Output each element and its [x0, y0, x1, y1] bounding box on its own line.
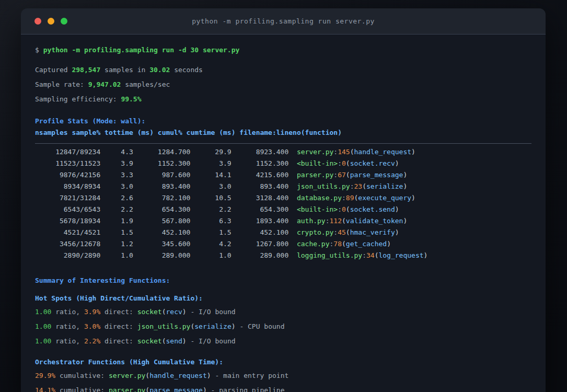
open-paren: (: [145, 372, 149, 379]
percent-value: 3.9%: [84, 308, 100, 316]
stat-segment: 9,947.02: [88, 80, 121, 88]
row-close-paren: ): [387, 240, 391, 248]
row-function: socket.send: [350, 205, 395, 213]
row-lineno: 67: [338, 171, 346, 179]
row-filename: json_utils.py: [297, 182, 350, 190]
command-text: python -m profiling.sampling run -d 30 s…: [43, 46, 240, 54]
row-metrics: 7821/31284 2.6 782.100 10.5 3128.400: [35, 194, 297, 202]
close-paren: ): [203, 386, 207, 392]
module-name: server.py: [109, 372, 145, 379]
row-close-paren: ): [395, 159, 399, 167]
row-filename: cache.py: [297, 240, 330, 248]
row-filename: crypto.py: [297, 228, 333, 236]
stat-segment: Sample rate:: [35, 80, 88, 88]
stat-segment: 99.5%: [121, 95, 141, 103]
hotspot-line: 1.00 ratio, 3.0% direct: json_utils.py(s…: [35, 321, 531, 332]
row-lineno: 145: [338, 148, 350, 156]
titlebar: python -m profiling.sampling run server.…: [21, 8, 546, 34]
row-lineno: 0: [342, 205, 346, 213]
row-filename: auth.py: [297, 217, 326, 225]
hotspot-line: 1.00 ratio, 2.2% direct: socket(send) - …: [35, 336, 531, 347]
row-function: execute_query: [358, 194, 411, 202]
terminal-window: python -m profiling.sampling run server.…: [21, 8, 546, 392]
row-close-paren: ): [424, 251, 428, 259]
row-metrics: 2890/2890 1.0 289.000 1.0 289.000: [35, 251, 297, 259]
module-name: socket: [137, 337, 162, 345]
row-open-paren: (: [350, 148, 354, 156]
row-lineno: 78: [333, 240, 342, 248]
ratio-label: ratio,: [51, 308, 84, 316]
maximize-button[interactable]: [61, 18, 67, 25]
row-colon: :: [326, 217, 330, 225]
command-line: $ python -m profiling.sampling run -d 30…: [35, 44, 531, 56]
table-row: 5678/18934 1.9 567.800 6.3 1893.400 auth…: [35, 215, 531, 227]
row-function: handle_request: [354, 148, 412, 156]
minimize-button[interactable]: [48, 18, 54, 25]
function-name: parse_message: [149, 386, 203, 392]
hotspot-line: 1.00 ratio, 3.9% direct: socket(recv) - …: [35, 306, 531, 318]
profile-table: 12847/89234 4.3 1284.700 29.9 8923.400 s…: [35, 146, 531, 261]
direct-label: direct:: [100, 337, 137, 345]
stat-line: Sample rate: 9,947.02 samples/sec: [35, 79, 531, 90]
table-row: 12847/89234 4.3 1284.700 29.9 8923.400 s…: [35, 146, 531, 158]
note-text: - main entry point: [211, 372, 289, 379]
row-function: socket.recv: [350, 159, 395, 167]
close-button[interactable]: [34, 18, 41, 25]
function-name: send: [166, 337, 182, 345]
row-close-paren: ): [403, 171, 407, 179]
direct-label: direct:: [100, 308, 137, 316]
percent-value: 14.1%: [35, 386, 55, 392]
row-lineno: 34: [366, 251, 375, 259]
row-open-paren: (: [346, 171, 350, 179]
row-close-paren: ): [403, 182, 407, 190]
row-metrics: 5678/18934 1.9 567.800 6.3 1893.400: [35, 217, 297, 225]
row-filename: logging_utils.py: [297, 251, 362, 259]
row-open-paren: (: [362, 182, 366, 190]
row-lineno: 89: [346, 194, 354, 202]
open-paren: (: [162, 337, 166, 345]
row-metrics: 9876/42156 3.3 987.600 14.1 4215.600: [35, 171, 297, 179]
open-paren: (: [145, 386, 149, 392]
terminal-output[interactable]: $ python -m profiling.sampling run -d 30…: [21, 34, 546, 392]
prompt-symbol: $: [35, 46, 43, 54]
module-name: json_utils.py: [137, 322, 191, 330]
orchestrator-list: 29.9% cumulative: server.py(handle_reque…: [35, 370, 531, 392]
open-paren: (: [162, 308, 166, 316]
table-divider: [35, 143, 531, 144]
row-filename: parser.py: [297, 171, 333, 179]
row-colon: :: [333, 228, 338, 236]
stat-segment: Captured: [35, 66, 72, 74]
ratio-value: 1.00: [35, 308, 51, 316]
row-lineno: 112: [330, 217, 342, 225]
ratio-value: 1.00: [35, 337, 51, 345]
capture-stats: Captured 298,547 samples in 30.02 second…: [35, 64, 531, 105]
percent-value: 3.0%: [84, 322, 100, 330]
row-function: log_request: [378, 251, 423, 259]
row-metrics: 12847/89234 4.3 1284.700 29.9 8923.400: [35, 148, 297, 156]
row-open-paren: (: [346, 228, 350, 236]
window-controls: [21, 18, 67, 25]
table-row: 2890/2890 1.0 289.000 1.0 289.000 loggin…: [35, 250, 531, 261]
stat-segment: samples in: [100, 66, 149, 74]
table-column-header: nsamples sample% tottime (ms) cumul% cum…: [35, 127, 531, 139]
ratio-value: 1.00: [35, 322, 51, 330]
stat-segment: 298,547: [72, 66, 100, 74]
ratio-label: ratio,: [51, 337, 84, 345]
function-name: recv: [166, 308, 182, 316]
orchestrator-heading: Orchestrator Functions (High Cumulative …: [35, 356, 531, 368]
table-row: 3456/12678 1.2 345.600 4.2 1267.800 cach…: [35, 238, 531, 250]
module-name: socket: [137, 308, 162, 316]
row-open-paren: (: [342, 240, 346, 248]
row-lineno: 45: [338, 228, 346, 236]
direct-label: direct:: [100, 322, 137, 330]
cumulative-label: cumulative:: [55, 372, 109, 379]
table-row: 11523/11523 3.9 1152.300 3.9 1152.300 <b…: [35, 158, 531, 169]
hot-spots-list: 1.00 ratio, 3.9% direct: socket(recv) - …: [35, 306, 531, 347]
stat-line: Captured 298,547 samples in 30.02 second…: [35, 64, 531, 76]
row-colon: :: [333, 148, 338, 156]
row-colon: :: [342, 194, 346, 202]
percent-value: 2.2%: [84, 337, 100, 345]
row-open-paren: (: [346, 205, 350, 213]
note-text: - I/O bound: [187, 308, 236, 316]
stat-segment: 30.02: [149, 66, 170, 74]
